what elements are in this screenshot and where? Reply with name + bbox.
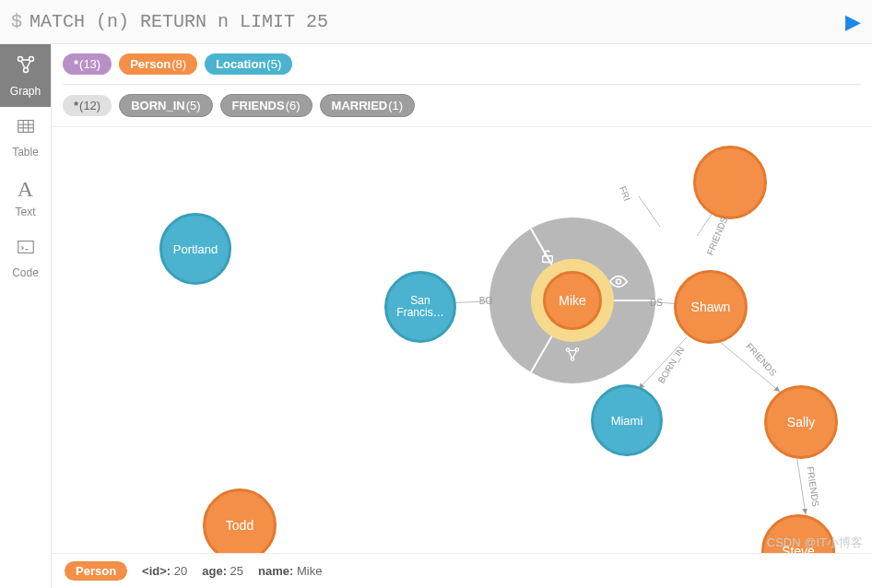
svg-point-24 [571,358,573,360]
query-bar: $ MATCH (n) RETURN n LIMIT 25 ▶ [0,0,872,44]
edge-label-friends-right: FRIENDS [744,341,779,378]
code-icon [16,237,36,263]
svg-point-23 [575,348,578,351]
node-labels-row: *(13) Person(8) Location(5) [52,44,872,84]
sidebar-item-code[interactable]: Code [0,228,51,288]
graph-canvas[interactable]: Portland San Francis… [52,126,872,588]
sidebar-item-table[interactable]: Table [0,107,51,168]
svg-line-27 [573,351,576,358]
detail-bar: Person <id>: 20 age: 25 name: Mike [52,553,872,588]
node-mike[interactable]: Mike [543,271,602,330]
svg-point-2 [23,68,28,73]
detail-name-val: Mike [297,564,322,578]
svg-line-17 [796,454,806,514]
edge-label-friends-top: FRIENDS [705,216,730,257]
expand-icon[interactable] [563,346,582,369]
label-location[interactable]: Location(5) [205,53,292,75]
rel-friends[interactable]: FRIENDS(6) [220,94,312,117]
label-person[interactable]: Person(8) [119,53,197,75]
sidebar-label-text: Text [15,206,35,218]
edge-label-ds: DS [650,298,663,308]
detail-age-val: 25 [230,564,243,578]
detail-age-key: age: [202,564,227,578]
table-icon [16,116,36,142]
node-shawn[interactable]: Shawn [674,270,748,344]
sidebar: Graph Table A Text Code [0,44,52,588]
node-offscreen-top[interactable] [693,146,767,219]
edge-label-friends-mid: FRIENDS [805,465,820,507]
detail-id-key: <id>: [142,564,171,578]
sidebar-item-text[interactable]: A Text [0,168,51,228]
svg-point-0 [18,57,22,62]
rel-labels-row: *(12) BORN_IN(5) FRIENDS(6) MARRIED(1) [52,85,872,126]
edge-label-bo: BO [479,296,492,306]
node-sanfrancisco[interactable]: San Francis… [384,271,456,343]
sidebar-label-code: Code [12,266,39,279]
query-text[interactable]: MATCH (n) RETURN n LIMIT 25 [29,11,845,32]
svg-rect-11 [18,241,33,253]
svg-point-21 [617,279,621,284]
svg-point-1 [29,57,33,62]
label-all-nodes[interactable]: *(13) [63,53,112,75]
edge-label-fri: FRI [618,184,632,202]
detail-name-key: name: [258,564,293,578]
rel-all[interactable]: *(12) [63,95,112,116]
play-icon[interactable]: ▶ [845,10,861,34]
graph-icon [15,53,37,81]
query-prompt: $ [11,11,22,32]
sidebar-label-table: Table [12,146,39,159]
rel-born-in[interactable]: BORN_IN(5) [119,94,212,117]
rel-married[interactable]: MARRIED(1) [320,94,416,117]
edge-label-born-in: BORN_IN [656,345,687,385]
watermark: CSDN @IT小博客 [767,535,863,551]
node-sally[interactable]: Sally [764,385,838,459]
svg-line-4 [21,61,25,68]
node-miami[interactable]: Miami [591,384,663,456]
sidebar-label-graph: Graph [10,85,41,98]
node-todd[interactable]: Todd [203,488,277,562]
node-portland[interactable]: Portland [159,213,231,285]
svg-point-22 [566,348,569,351]
node-ring-mike[interactable]: Mike [489,218,655,383]
svg-rect-20 [543,256,553,263]
text-icon: A [18,177,33,202]
svg-rect-6 [18,121,33,133]
svg-line-26 [569,351,572,358]
detail-label[interactable]: Person [65,561,127,581]
detail-id-val: 20 [174,564,187,578]
svg-line-5 [27,61,30,68]
svg-line-19 [639,196,660,227]
sidebar-item-graph[interactable]: Graph [0,44,51,107]
